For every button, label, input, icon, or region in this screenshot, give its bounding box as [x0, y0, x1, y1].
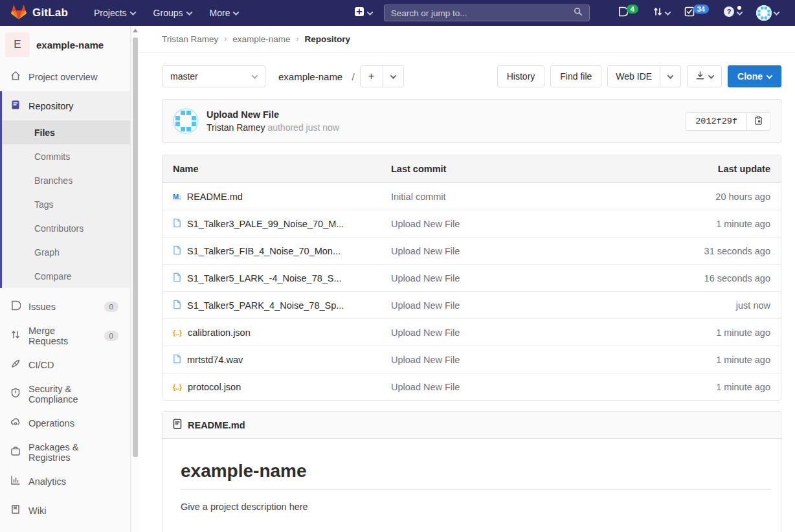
commit-message-link[interactable]: Upload New File [391, 219, 460, 229]
sidebar-item-operations[interactable]: Operations [0, 408, 130, 438]
svg-text:?: ? [727, 8, 732, 16]
commit-title-link[interactable]: Upload New File [207, 109, 339, 120]
file-link[interactable]: S1_Talker5_PARK_4_Noise_78_Sp... [187, 300, 344, 311]
sidebar-scrollbar[interactable] [131, 26, 139, 532]
last-update-time: 1 minute ago [619, 382, 781, 392]
clone-button[interactable]: Clone [728, 65, 781, 87]
web-ide-button[interactable]: Web IDE [608, 66, 660, 87]
file-link[interactable]: protocol.json [188, 382, 241, 392]
last-update-time: just now [619, 300, 781, 311]
file-link[interactable]: calibration.json [188, 327, 251, 338]
nav-menu-projects[interactable]: Projects [85, 0, 144, 26]
sidebar-subitem-branches[interactable]: Branches [2, 168, 130, 192]
sidebar-subitem-files[interactable]: Files [2, 120, 130, 144]
markdown-file-icon: M↓ [173, 193, 181, 201]
commit-message-link[interactable]: Initial commit [391, 192, 446, 202]
last-commit-box: Upload New File Tristan Ramey authored j… [162, 99, 781, 143]
new-menu-button[interactable] [354, 6, 372, 19]
sidebar-subitem-graph[interactable]: Graph [2, 240, 130, 264]
download-dropdown [687, 65, 722, 87]
file-icon [173, 245, 181, 257]
readme-filename[interactable]: README.md [188, 420, 245, 430]
download-button[interactable] [688, 66, 721, 87]
nav-menu-more[interactable]: More [201, 0, 248, 26]
commit-message-link[interactable]: Upload New File [391, 246, 460, 256]
bar-chart-icon [10, 475, 21, 487]
repo-path-project[interactable]: example-name [278, 71, 342, 82]
add-file-button[interactable]: + [361, 66, 383, 87]
user-avatar [756, 5, 772, 21]
sidebar-item-packages[interactable]: Packages & Registries [0, 438, 130, 467]
search-input[interactable] [391, 8, 574, 18]
file-link[interactable]: README.md [187, 192, 243, 202]
breadcrumb-current: Repository [305, 34, 351, 44]
sidebar-item-cicd[interactable]: CI/CD [0, 350, 130, 379]
commit-message-link[interactable]: Upload New File [391, 300, 460, 311]
add-file-chevron-button[interactable] [383, 66, 403, 87]
file-link[interactable]: S1_Talker5_FIB_4_Noise_70_Mon... [187, 246, 341, 256]
table-row: S1_Talker3_PALE_99_Noise_70_M... Upload … [162, 210, 781, 237]
web-ide-chevron-button[interactable] [660, 66, 680, 87]
breadcrumb-user-link[interactable]: Tristan Ramey [162, 34, 218, 44]
cloud-gear-icon [10, 417, 21, 429]
commit-message-link[interactable]: Upload New File [391, 327, 460, 338]
navbar-todos-button[interactable]: 34 [678, 0, 715, 26]
navbar-issues-button[interactable]: 4 [612, 0, 644, 26]
project-name: example-name [36, 39, 104, 50]
search-icon [574, 7, 583, 19]
breadcrumb-separator: › [297, 34, 299, 43]
history-button[interactable]: History [497, 65, 545, 87]
sidebar-subitem-compare[interactable]: Compare [2, 264, 130, 288]
home-icon [10, 71, 21, 83]
sidebar-item-repository[interactable]: Repository [2, 91, 130, 120]
document-icon [173, 419, 182, 431]
global-search [384, 5, 590, 21]
readme-preview: README.md example-name Give a project de… [162, 411, 781, 532]
scrollbar-thumb[interactable] [133, 38, 138, 457]
download-icon [695, 71, 705, 82]
file-link[interactable]: mrtstd74.wav [187, 355, 243, 365]
sidebar-item-analytics[interactable]: Analytics [0, 467, 130, 496]
json-file-icon: {..} [173, 383, 182, 391]
commit-author-link[interactable]: Tristan Ramey [207, 122, 265, 133]
commit-message-link[interactable]: Upload New File [391, 355, 460, 365]
sidebar-section-repository: Repository Files Commits Branches Tags C… [0, 91, 130, 288]
commit-message-link[interactable]: Upload New File [391, 273, 460, 283]
copy-hash-button[interactable] [747, 112, 770, 131]
sidebar-subitem-contributors[interactable]: Contributors [2, 216, 130, 240]
find-file-button[interactable]: Find file [550, 65, 601, 87]
sidebar-item-wiki[interactable]: Wiki [0, 496, 130, 525]
navbar-user-menu[interactable] [750, 0, 785, 26]
sidebar-project-header[interactable]: E example-name [0, 26, 130, 62]
scrollbar-up-arrow-icon[interactable] [133, 28, 138, 32]
gitlab-logo[interactable]: GitLab [10, 3, 68, 23]
file-link[interactable]: S1_Talker5_LARK_-4_Noise_78_S... [187, 273, 342, 283]
book-icon [10, 504, 21, 516]
file-link[interactable]: S1_Talker3_PALE_99_Noise_70_M... [187, 219, 344, 229]
breadcrumb-project-link[interactable]: example-name [232, 34, 290, 44]
merge-requests-count-badge: 0 [104, 331, 118, 341]
sidebar-subitem-commits[interactable]: Commits [2, 144, 130, 168]
clipboard-icon [754, 115, 763, 127]
navbar-merge-requests-button[interactable] [647, 0, 676, 26]
file-icon [173, 300, 181, 311]
sidebar-subitem-tags[interactable]: Tags [2, 192, 130, 216]
chevron-down-icon [664, 9, 671, 16]
package-box-icon [10, 446, 21, 458]
todos-count-badge: 34 [693, 5, 709, 14]
sidebar-item-issues[interactable]: Issues 0 [0, 292, 130, 321]
navbar-help-button[interactable]: ? [717, 0, 748, 26]
files-table: Name Last commit Last update M↓ README.m… [162, 155, 781, 401]
main-content: Tristan Ramey › example-name › Repositor… [139, 26, 795, 532]
readme-description: Give a project description here [181, 502, 770, 512]
chevron-down-icon [390, 72, 396, 79]
sidebar-item-merge-requests[interactable]: Merge Requests 0 [0, 321, 130, 350]
sidebar-item-project-overview[interactable]: Project overview [0, 62, 130, 91]
branch-selector[interactable]: master [162, 65, 265, 87]
breadcrumb: Tristan Ramey › example-name › Repositor… [139, 26, 795, 52]
nav-menu-groups[interactable]: Groups [144, 0, 201, 26]
repo-path: example-name / [278, 71, 360, 82]
sidebar-item-security[interactable]: Security & Compliance [0, 379, 130, 408]
table-row: {..} protocol.json Upload New File 1 min… [162, 373, 781, 400]
commit-message-link[interactable]: Upload New File [391, 382, 460, 392]
